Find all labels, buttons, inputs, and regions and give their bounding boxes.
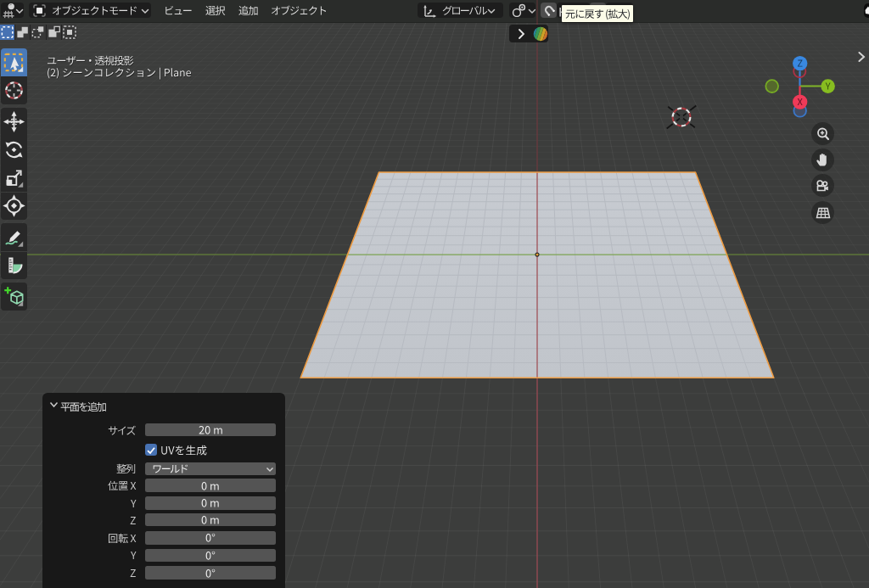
- tool-select-box-icon: [3, 51, 25, 74]
- tool-move-button[interactable]: [1, 108, 27, 136]
- tool-annotate-icon: [3, 226, 25, 249]
- location-value-y: [201, 497, 221, 511]
- align-value: [152, 463, 190, 477]
- expand-chevron-icon[interactable]: [518, 28, 525, 40]
- orientation-label: [442, 5, 489, 19]
- select-mode-group: [0, 25, 77, 40]
- orientation-icon: [422, 3, 438, 20]
- check-icon: [145, 445, 157, 456]
- mode-chevron-icon: [141, 8, 149, 16]
- location-x-label: [108, 480, 137, 494]
- nav-projection-button[interactable]: [811, 201, 834, 224]
- select-mode-subtract-icon: [31, 25, 45, 40]
- tool-add-cube-icon: [3, 285, 25, 308]
- select-mode-extend-button[interactable]: [15, 25, 31, 40]
- snap-magnet-icon: [542, 3, 556, 17]
- location-y-label: [131, 498, 137, 512]
- rotation-value-y: [205, 550, 216, 563]
- tool-annotate-button[interactable]: [1, 223, 27, 251]
- object-origin: [535, 253, 539, 256]
- rotation-x-label: [108, 533, 137, 546]
- menu-select[interactable]: [205, 5, 227, 19]
- pivot-chevron-icon: [528, 8, 535, 15]
- tool-measure-icon: [3, 254, 25, 277]
- editor-type-chevron-icon: [15, 8, 24, 16]
- tool-transform-button[interactable]: [1, 193, 27, 221]
- corner-glyph-icon: [864, 3, 869, 18]
- select-mode-invert-icon: [47, 25, 61, 40]
- panel-collapse-chevron-icon[interactable]: [49, 401, 59, 408]
- tool-scale-button[interactable]: [1, 164, 27, 192]
- blender-window: Blender 3D Viewportオブジェクトモードユーザー・透視投影(2)…: [0, 0, 869, 588]
- location-z-label: [130, 515, 137, 529]
- navigation-gizmo[interactable]: [762, 48, 837, 125]
- tool-cursor-button[interactable]: [1, 76, 27, 104]
- nav-camera-view-button[interactable]: [811, 174, 834, 197]
- pivot-point-icon: [512, 3, 526, 17]
- rotation-z-label: [130, 568, 137, 581]
- location-value-x: [201, 480, 221, 494]
- nav-move-view-button[interactable]: [811, 148, 834, 171]
- menu-object[interactable]: [271, 5, 328, 19]
- tool-measure-button[interactable]: [1, 252, 27, 280]
- select-mode-intersect-icon: [62, 25, 77, 40]
- mode-label: [52, 5, 139, 19]
- menu-view[interactable]: [164, 5, 193, 19]
- rotation-value-z: [205, 568, 216, 581]
- tool-scale-icon: [3, 166, 25, 189]
- axis-x-through-header: [536, 0, 538, 23]
- object-mode-icon: [33, 4, 46, 17]
- rotation-value-x: [205, 532, 216, 546]
- select-mode-invert-button[interactable]: [47, 25, 62, 40]
- nav-projection-icon: [813, 203, 832, 221]
- size-label: [108, 425, 137, 439]
- select-mode-extend-icon: [15, 25, 30, 40]
- panel-title: [60, 401, 108, 415]
- nav-zoom-icon: [813, 124, 832, 143]
- select-mode-set-icon: [0, 25, 14, 40]
- tool-select-box-button[interactable]: [1, 48, 27, 76]
- corner-app-icon[interactable]: [864, 3, 869, 18]
- tool-rotate-icon: [3, 138, 25, 161]
- select-mode-intersect-button[interactable]: [62, 25, 77, 40]
- align-label: [116, 463, 137, 477]
- sidebar-toggle-icon[interactable]: [857, 51, 866, 63]
- tool-move-icon: [3, 110, 25, 133]
- menu-add[interactable]: [238, 5, 260, 19]
- location-value-z: [201, 514, 221, 528]
- tool-transform-icon: [3, 194, 25, 217]
- tool-add-cube-button[interactable]: [1, 283, 27, 311]
- tooltip-text: [565, 8, 631, 21]
- rotation-y-label: [131, 550, 137, 563]
- align-dropdown-chevron-icon: [266, 467, 274, 473]
- rendered-shading-sphere-icon[interactable]: [533, 26, 548, 42]
- nav-camera-view-icon: [813, 176, 832, 195]
- uv-checkbox[interactable]: [145, 444, 157, 456]
- tool-cursor-icon: [3, 79, 25, 102]
- size-value: [199, 424, 224, 438]
- select-mode-subtract-button[interactable]: [31, 25, 46, 40]
- scene-breadcrumb: [47, 67, 193, 81]
- select-mode-set-button[interactable]: [0, 25, 15, 40]
- uv-checkbox-label: [160, 445, 208, 458]
- nav-move-view-icon: [813, 150, 832, 169]
- tool-rotate-button[interactable]: [1, 136, 27, 164]
- nav-zoom-button[interactable]: [811, 122, 834, 145]
